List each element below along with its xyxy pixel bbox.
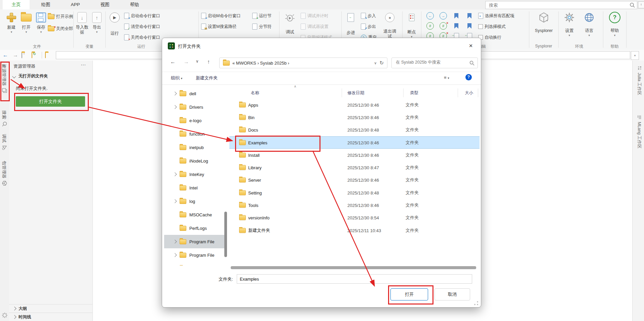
refresh-icon[interactable]: ↻ xyxy=(379,60,384,66)
step-out-button[interactable]: ↗ 步出 xyxy=(361,22,376,31)
breakpoint-button[interactable]: 断点 ▾ xyxy=(404,10,419,39)
organize-button[interactable]: 组织 ▾ xyxy=(171,75,182,81)
help-button[interactable]: ? 帮助 ▾ xyxy=(607,10,622,37)
horizontal-scrollbar[interactable] xyxy=(231,266,476,269)
dialog-search-box[interactable] xyxy=(391,58,478,68)
settings-gear-icon[interactable] xyxy=(2,312,8,318)
clear-line-button[interactable]: #× xyxy=(438,22,448,30)
file-row-Apps[interactable]: Apps2025/12/30 8:46文件夹 xyxy=(229,99,480,111)
file-row-Docs[interactable]: Docs2025/12/30 8:48文件夹 xyxy=(229,124,480,136)
tab-1[interactable]: 主页 xyxy=(3,0,30,9)
breadcrumb-dropdown-icon[interactable]: ∨ xyxy=(374,61,377,65)
dialog-title-bar[interactable]: 打开文件夹 × xyxy=(162,38,481,54)
bookmark-next-icon[interactable]: → xyxy=(464,22,475,30)
new-button[interactable]: 新建 ▾ xyxy=(4,10,19,34)
clear-cmd-button[interactable]: ✓ 清空命令行窗口 xyxy=(124,22,160,31)
save-button[interactable]: 保存 ▾ xyxy=(34,10,48,34)
bookmark-icon[interactable] xyxy=(451,11,461,20)
global-search-box[interactable] xyxy=(485,1,637,9)
column-header-type[interactable]: 类型 xyxy=(410,90,418,96)
tree-scrollbar[interactable] xyxy=(224,212,227,257)
file-row-新建文件夹[interactable]: 新建文件夹2025/12/11 10:43文件夹 xyxy=(229,224,480,237)
exit-debug-button[interactable]: ■ 退出调试 xyxy=(382,10,397,39)
tree-item-MSOCache[interactable]: MSOCache xyxy=(164,208,225,221)
timeline-section[interactable]: 时间线 xyxy=(9,313,92,321)
tree-item-iNodeLog[interactable]: iNodeLog xyxy=(164,154,225,168)
tree-item-ProgramData[interactable]: ProgramData xyxy=(164,262,225,265)
file-row-Examples[interactable]: Examples2025/12/30 8:46文件夹 xyxy=(229,136,480,149)
open-example-button[interactable]: ☆ 打开示例 xyxy=(48,12,73,21)
language-button[interactable]: 语言 ▾ xyxy=(582,10,597,37)
path-dropdown-button[interactable]: ▾ xyxy=(631,51,639,60)
folder-refresh-icon[interactable]: ↻ xyxy=(32,53,32,58)
file-row-Library[interactable]: Library2025/12/30 8:47文件夹 xyxy=(229,161,480,174)
next-match-button[interactable]: → xyxy=(438,11,448,20)
debug-button[interactable]: 调试 xyxy=(282,10,297,35)
dialog-search-input[interactable] xyxy=(395,60,465,65)
nav-forward-icon[interactable]: → xyxy=(13,51,18,59)
tab-4[interactable]: 视图 xyxy=(91,0,118,9)
view-mode-button[interactable]: ≡ ▾ xyxy=(444,75,449,80)
step-button[interactable]: → 步进 xyxy=(343,10,358,35)
import-data-button[interactable]: ↓ 导入数据 xyxy=(75,10,89,35)
tree-item-Program File[interactable]: Program File xyxy=(164,248,225,262)
more-actions-icon[interactable]: ⋯ xyxy=(81,62,86,68)
tab-2[interactable]: 绘图 xyxy=(32,0,59,9)
close-cmd-button[interactable]: × 关闭命令行窗口 xyxy=(124,33,160,42)
new-folder-button[interactable]: 新建文件夹 xyxy=(196,75,218,81)
bookmark-prev-icon[interactable]: ← xyxy=(451,22,461,30)
activity-tab-package-manager[interactable]: 包管理器 xyxy=(1,161,7,186)
activity-tab-debug[interactable]: 调试 xyxy=(1,134,7,150)
prev-match-button[interactable]: ← xyxy=(425,11,435,20)
dialog-history-icon[interactable]: ∨ xyxy=(196,59,199,64)
run-button[interactable]: ▶ 运行 xyxy=(107,10,122,36)
tree-item-InteKey[interactable]: InteKey xyxy=(164,168,225,181)
folder-up-icon[interactable]: ↑ xyxy=(22,53,22,58)
open-button[interactable]: 打开 ▾ xyxy=(19,10,34,34)
file-row-Setting[interactable]: Setting2025/12/30 8:48文件夹 xyxy=(229,186,480,199)
start-cmd-button[interactable]: ▸ 启动命令行窗口 xyxy=(124,11,160,20)
export-button[interactable]: ↑ 导出 ▾ xyxy=(89,10,104,34)
help-icon[interactable]: ? xyxy=(465,74,472,80)
close-all-button[interactable]: × 关闭全部 xyxy=(48,24,73,33)
file-row-Server[interactable]: Server2025/12/30 8:46文件夹 xyxy=(229,174,480,186)
tree-item-Program File[interactable]: Program File xyxy=(164,235,225,248)
breadcrumb[interactable]: « MWORKS › Syslab 2025b › ∨ ↻ xyxy=(219,58,387,68)
breadcrumb-path[interactable]: « MWORKS › Syslab 2025b › xyxy=(232,61,371,66)
tree-item-e-logo[interactable]: e-logo xyxy=(164,114,225,127)
section-no-folder[interactable]: 无打开的文件夹 xyxy=(13,73,48,79)
column-header-name[interactable]: 名称 xyxy=(251,90,259,96)
tab-5[interactable]: 帮助 xyxy=(121,0,148,9)
tab-3[interactable]: APP xyxy=(62,0,89,9)
activity-tab-search[interactable]: 搜索 xyxy=(1,110,7,127)
tree-item-inetpub[interactable]: inetpub xyxy=(164,141,225,154)
right-tab-julia-workspace[interactable]: Julia 工作区 xyxy=(636,66,642,95)
dialog-cancel-button[interactable]: 取消 xyxy=(434,288,470,300)
tree-item-log[interactable]: log xyxy=(164,194,225,208)
tree-item-PerfLogs[interactable]: PerfLogs xyxy=(164,221,225,235)
global-search-input[interactable] xyxy=(488,1,628,9)
current-folder-icon[interactable] xyxy=(45,53,46,58)
open-folder-button[interactable]: 打开文件夹 xyxy=(16,96,85,107)
word-wrap-checkbox[interactable]: 自动换行 xyxy=(478,33,501,42)
start-m-cmd-button[interactable]: ▸ 启动M命令行窗口 xyxy=(201,11,241,20)
resize-grip[interactable] xyxy=(474,301,478,305)
dialog-back-icon[interactable]: ← xyxy=(170,59,176,65)
column-header-date[interactable]: 修改日期 xyxy=(347,90,364,96)
file-row-Tools[interactable]: Tools2025/12/30 8:46文件夹 xyxy=(229,199,480,211)
folder-name-input[interactable] xyxy=(237,274,472,284)
file-row-versionInfo[interactable]: versionInfo2025/12/30 8:54文件夹 xyxy=(229,212,480,224)
step-in-button[interactable]: ↘ 步入 xyxy=(361,11,376,20)
debug-timed-button[interactable]: 调试并计时 xyxy=(301,11,329,20)
section-break-button[interactable]: 分节符 xyxy=(252,22,272,31)
column-header-size[interactable]: 大小 xyxy=(465,90,473,96)
settings-button[interactable]: 设置 ▾ xyxy=(562,10,577,37)
tree-item-Drivers[interactable]: Drivers xyxy=(164,100,225,114)
file-row-Bin[interactable]: Bin2025/12/30 8:46文件夹 xyxy=(229,111,480,123)
nav-back-icon[interactable]: ← xyxy=(3,51,8,59)
dialog-forward-icon[interactable]: → xyxy=(184,59,189,65)
select-all-matches-button[interactable]: ≡ 选择所有匹配项 xyxy=(478,11,515,20)
close-icon[interactable]: × xyxy=(465,41,476,51)
run-section-button[interactable]: ▸ 运行节 xyxy=(252,11,272,20)
set-m-path-button[interactable]: M 设置M搜索路径 xyxy=(201,22,236,31)
